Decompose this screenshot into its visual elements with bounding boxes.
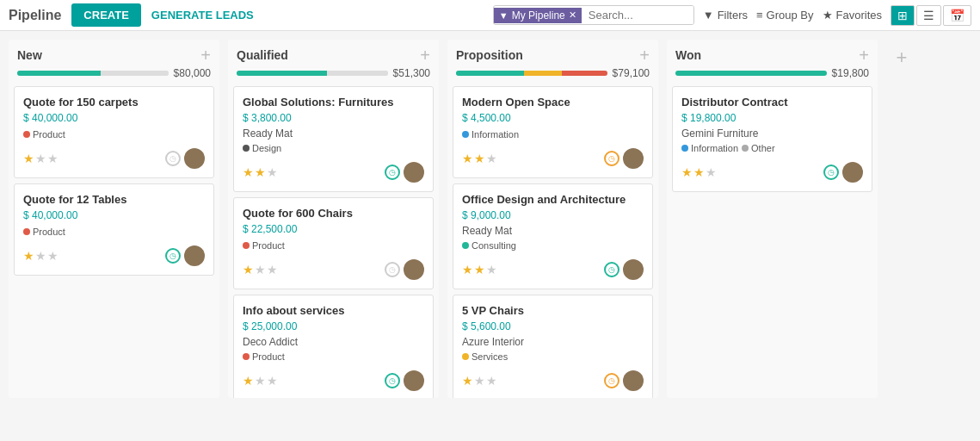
card-amount: $ 40,000.00: [23, 209, 205, 221]
avatar: [184, 148, 205, 169]
card-title: Modern Open Space: [462, 96, 644, 109]
star-filled[interactable]: ★: [243, 165, 254, 179]
favorites-button[interactable]: ★ Favorites: [823, 9, 882, 22]
star-filled[interactable]: ★: [462, 263, 473, 276]
star-filled[interactable]: ★: [23, 249, 34, 263]
avatar: [404, 370, 424, 391]
create-button[interactable]: CREATE: [71, 3, 140, 27]
star-filled[interactable]: ★: [255, 165, 266, 179]
card-tag: Services: [462, 351, 508, 362]
star-filled[interactable]: ★: [681, 165, 693, 179]
card-title: Global Solutions: Furnitures: [243, 96, 424, 109]
kanban-col-qualified: Qualified + $51,300Global Solutions: Fur…: [228, 40, 439, 398]
col-add-new[interactable]: +: [200, 47, 211, 64]
card-amount: $ 5,600.00: [462, 320, 644, 332]
stars: ★★★: [681, 165, 717, 179]
search-input[interactable]: [582, 6, 693, 24]
star-empty[interactable]: ★: [35, 249, 46, 263]
card-amount: $ 9,000.00: [462, 209, 644, 221]
star-filled[interactable]: ★: [693, 165, 705, 179]
star-filled[interactable]: ★: [23, 152, 34, 165]
list-view-button[interactable]: ☰: [916, 5, 941, 26]
kanban-col-won: Won + $19,800Distributor Contract$ 19,80…: [667, 40, 878, 398]
card-title: Quote for 150 carpets: [23, 96, 205, 109]
tag-dot: [23, 228, 30, 235]
avatar: [404, 162, 424, 183]
card-company: Azure Interior: [462, 336, 644, 348]
filter-tag-label: My Pipeline: [512, 9, 565, 22]
star-empty[interactable]: ★: [267, 374, 278, 388]
card-company: Gemini Furniture: [681, 127, 863, 140]
avatar: [842, 162, 863, 183]
star-filled[interactable]: ★: [474, 152, 485, 165]
card[interactable]: Distributor Contract$ 19,800.00Gemini Fu…: [672, 86, 872, 192]
generate-leads-button[interactable]: GENERATE LEADS: [151, 9, 254, 22]
card[interactable]: Quote for 600 Chairs$ 22,500.00 Product …: [233, 197, 434, 289]
star-empty[interactable]: ★: [486, 152, 497, 165]
card-actions: ◷: [604, 259, 644, 280]
avatar: [184, 245, 205, 266]
add-column-button[interactable]: +: [897, 47, 908, 69]
close-icon[interactable]: ✕: [569, 9, 576, 21]
star-empty[interactable]: ★: [474, 374, 485, 388]
star-empty[interactable]: ★: [267, 263, 278, 276]
filter-tag[interactable]: ▼ My Pipeline ✕: [494, 8, 582, 23]
card-actions: ◷: [823, 162, 863, 183]
filters-button[interactable]: ▼ Filters: [703, 9, 748, 22]
tag-dot: [462, 131, 469, 138]
kanban-board: New + $80,000Quote for 150 carpets$ 40,0…: [0, 31, 980, 407]
col-add-won[interactable]: +: [859, 47, 869, 64]
star-empty[interactable]: ★: [486, 374, 497, 388]
view-toggles: ⊞ ☰ 📅: [891, 5, 971, 26]
clock-icon: ◷: [823, 165, 839, 180]
stars: ★★★: [243, 263, 278, 276]
card-footer: ★★★ ◷: [462, 259, 644, 280]
calendar-view-button[interactable]: 📅: [943, 5, 971, 26]
col-add-proposition[interactable]: +: [639, 47, 650, 64]
star-empty[interactable]: ★: [255, 263, 266, 276]
clock-icon: ◷: [385, 373, 400, 388]
clock-icon: ◷: [385, 165, 400, 180]
card-amount: $ 40,000.00: [23, 112, 205, 124]
card-tag: Design: [243, 143, 281, 153]
filter-icon: ▼: [703, 9, 714, 22]
card[interactable]: Quote for 12 Tables$ 40,000.00 Product ★…: [14, 183, 214, 276]
star-empty[interactable]: ★: [486, 263, 497, 276]
card-company: Ready Mat: [243, 127, 424, 140]
clock-icon: ◷: [604, 373, 619, 388]
star-filled[interactable]: ★: [462, 374, 473, 388]
card[interactable]: Info about services$ 25,000.00Deco Addic…: [233, 295, 434, 398]
stars: ★★★: [23, 152, 59, 165]
star-empty[interactable]: ★: [706, 165, 717, 179]
star-icon: ★: [823, 9, 833, 22]
star-empty[interactable]: ★: [267, 165, 278, 179]
groupby-button[interactable]: ≡ Group By: [756, 9, 814, 22]
col-add-qualified[interactable]: +: [420, 47, 430, 64]
card[interactable]: Office Design and Architecture$ 9,000.00…: [453, 183, 653, 289]
card[interactable]: 5 VP Chairs$ 5,600.00Azure Interior Serv…: [453, 295, 653, 398]
star-empty[interactable]: ★: [47, 249, 59, 263]
card-title: Distributor Contract: [681, 96, 863, 109]
tag-dot: [243, 353, 250, 360]
star-filled[interactable]: ★: [474, 263, 485, 276]
tag-dot: [243, 145, 250, 152]
star-filled[interactable]: ★: [462, 152, 473, 165]
star-empty[interactable]: ★: [255, 374, 266, 388]
card-actions: ◷: [165, 148, 205, 169]
card[interactable]: Modern Open Space$ 4,500.00 Information …: [453, 86, 653, 178]
star-filled[interactable]: ★: [243, 263, 254, 276]
star-empty[interactable]: ★: [47, 152, 59, 165]
star-empty[interactable]: ★: [35, 152, 46, 165]
clock-icon: ◷: [165, 151, 181, 166]
tag-dot: [742, 145, 749, 152]
card-title: 5 VP Chairs: [462, 304, 644, 317]
tag-label: Consulting: [472, 240, 516, 251]
add-column-area: +: [886, 40, 917, 398]
card[interactable]: Global Solutions: Furnitures$ 3,800.00Re…: [233, 86, 434, 192]
stars: ★★★: [23, 249, 59, 263]
card-actions: ◷: [604, 148, 644, 169]
col-title-proposition: Proposition: [456, 48, 523, 62]
kanban-view-button[interactable]: ⊞: [891, 5, 915, 26]
card[interactable]: Quote for 150 carpets$ 40,000.00 Product…: [14, 86, 214, 178]
star-filled[interactable]: ★: [243, 374, 254, 388]
